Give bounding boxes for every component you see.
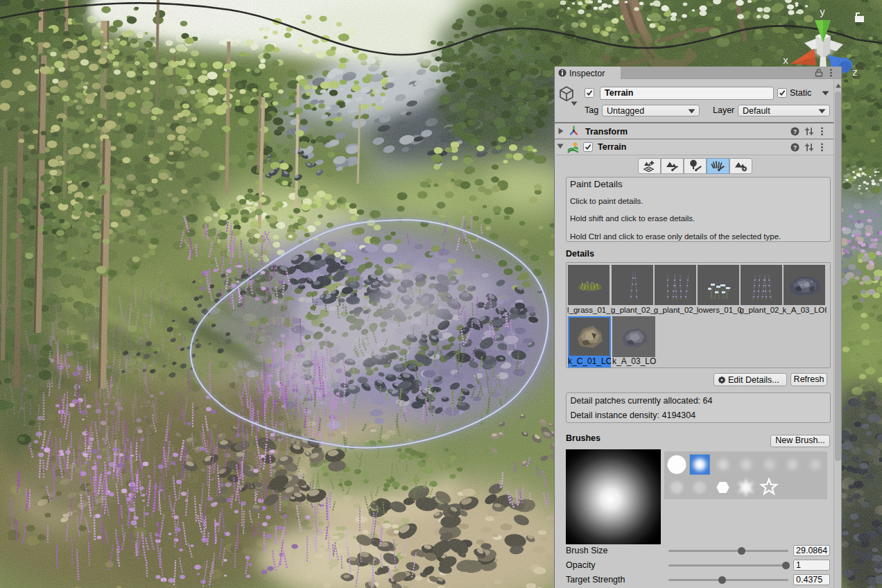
- svg-text:?: ?: [793, 128, 797, 135]
- svg-text:?: ?: [793, 144, 797, 151]
